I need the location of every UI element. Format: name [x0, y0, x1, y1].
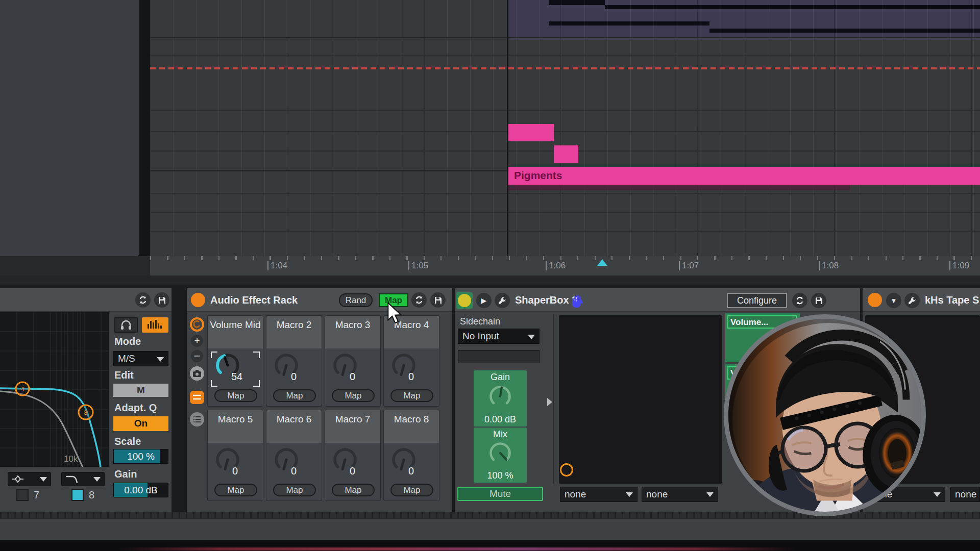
eq-title-bar[interactable]	[0, 288, 172, 312]
time-label: 1:08	[819, 261, 839, 270]
rack-title-bar[interactable]: Audio Effect Rack Rand Map	[187, 288, 452, 312]
sidechain-sub-select[interactable]	[458, 350, 540, 363]
gain-label: Gain	[114, 468, 137, 480]
routing-select-1[interactable]: none	[560, 487, 638, 502]
macro-pad-7[interactable]: Macro 7 0 Map	[325, 410, 381, 501]
macro-mapping-icon[interactable]	[190, 317, 204, 332]
macro-map-button[interactable]: Map	[332, 389, 375, 402]
macro-map-button[interactable]: Map	[390, 484, 433, 496]
macro-pad-4[interactable]: Macro 4 0 Map	[383, 315, 439, 407]
routing-select-2[interactable]: none	[642, 487, 718, 502]
scale-value-slider[interactable]: 100 %	[113, 449, 168, 464]
macro-pad-6[interactable]: Macro 6 0 Map	[266, 410, 322, 501]
rand-button[interactable]: Rand	[339, 293, 373, 307]
macro-map-button[interactable]: Map	[332, 484, 375, 496]
gain-value-slider[interactable]: 0.00 dB	[113, 483, 168, 497]
adaptq-toggle[interactable]: On	[113, 416, 168, 431]
sc-mix-value: 100 %	[474, 470, 527, 481]
sc-gain-knob[interactable]	[487, 384, 513, 409]
sidechain-mix-panel[interactable]: Mix 100 %	[474, 428, 527, 483]
configure-button[interactable]: Configure	[727, 293, 787, 308]
midi-clip-pink-1[interactable]	[507, 124, 554, 141]
device-activator-button[interactable]	[868, 293, 882, 307]
save-preset-icon[interactable]	[811, 293, 826, 308]
add-macro-button[interactable]: +	[191, 335, 203, 347]
sc-gain-label: Gain	[474, 370, 527, 383]
save-preset-icon[interactable]	[154, 292, 169, 308]
time-label: 1:05	[408, 261, 428, 270]
video-progress-glow	[117, 547, 796, 550]
tape-title: kHs Tape S	[925, 288, 979, 312]
macro-variations-icon[interactable]	[190, 391, 204, 404]
macro-name: Macro 5	[208, 410, 263, 443]
macro-pad-8[interactable]: Macro 8 0 Map	[383, 410, 439, 501]
map-bracket	[211, 380, 217, 387]
hot-swap-icon[interactable]	[411, 292, 427, 308]
eq-spectrum-graph[interactable]: 4 8 10k	[0, 312, 109, 467]
device-activator-button[interactable]	[191, 293, 205, 307]
sc-mix-knob[interactable]	[487, 440, 513, 466]
plugin-edit-wrench-icon[interactable]	[495, 293, 510, 308]
macro-map-button[interactable]: Map	[390, 389, 433, 402]
band7-enable-checkbox[interactable]	[16, 489, 29, 501]
lane-divider	[150, 131, 980, 132]
macro-value: 0	[350, 371, 355, 383]
shaper-title-bar[interactable]: ▶ ShaperBox 3 Configure	[455, 288, 860, 312]
sidechain-input-select[interactable]: No Input	[458, 329, 540, 344]
macro-snapshot-icon[interactable]	[190, 366, 204, 381]
macro-pad-2[interactable]: Macro 2 0 Map	[266, 315, 322, 407]
plugin-unfold-icon[interactable]: ▶	[476, 293, 492, 308]
save-preset-icon[interactable]	[430, 292, 446, 308]
macro-pad-1[interactable]: Volume Mid 54 Map	[207, 315, 263, 407]
edit-label: Edit	[114, 369, 134, 381]
automation-line-red-dashed[interactable]	[150, 67, 980, 69]
freq-axis-label: 10k	[64, 454, 78, 464]
band7-filter-type-select[interactable]	[8, 472, 51, 486]
sidechain-label: Sidechain	[460, 316, 500, 327]
macro-map-button[interactable]: Map	[273, 389, 316, 402]
ruler-spacer	[0, 256, 150, 276]
device-activator-button[interactable]	[458, 294, 471, 307]
mode-select[interactable]: M/S	[113, 351, 168, 366]
time-ruler[interactable]: 1:04 1:05 1:06 1:07 1:08 1:09	[150, 256, 980, 276]
macro-value: 0	[232, 465, 238, 477]
routing-select-2[interactable]: none	[950, 487, 980, 502]
loop-start-marker[interactable]	[597, 259, 607, 266]
fold-arrow-icon[interactable]	[547, 398, 552, 406]
routing-value-2: none	[955, 489, 976, 499]
audition-headphone-button[interactable]	[114, 317, 138, 333]
mode-label: Mode	[114, 336, 141, 347]
lane-divider	[150, 193, 980, 194]
macro-value: 54	[231, 371, 242, 383]
macro-pad-3[interactable]: Macro 3 0 Map	[325, 315, 381, 407]
edit-channel-button[interactable]: M	[113, 384, 168, 397]
eq-eight-device: 4 8 10k 7 8	[0, 285, 172, 512]
macro-map-button[interactable]: Map	[273, 484, 316, 496]
remove-macro-button[interactable]: −	[191, 350, 203, 362]
chain-list-icon[interactable]	[190, 412, 204, 427]
fold-device-icon[interactable]: ▼	[886, 293, 901, 308]
configure-param-dot[interactable]	[560, 463, 573, 477]
presenter-portrait	[728, 319, 926, 516]
midi-clip-pink-2[interactable]	[554, 145, 578, 163]
device-scrollbar[interactable]	[176, 336, 181, 464]
hot-swap-icon[interactable]	[792, 293, 807, 308]
arrangement-grid[interactable]: Pigments	[150, 0, 980, 256]
pigments-clip[interactable]: Pigments	[508, 167, 980, 185]
lane-divider	[150, 37, 980, 38]
gain-value: 0.00 dB	[114, 485, 168, 496]
macro-pad-5[interactable]: Macro 5 0 Map	[207, 410, 263, 501]
hot-swap-icon[interactable]	[135, 292, 151, 308]
spectrum-view-button[interactable]	[142, 317, 168, 333]
ableton-live-window: Pigments 1:04 1:05 1:06 1:07 1:08 1:09	[0, 0, 980, 551]
macro-map-button[interactable]: Map	[214, 389, 257, 402]
macro-map-button[interactable]: Map	[214, 484, 257, 496]
sidechain-gain-panel[interactable]: Gain 0.00 dB	[474, 370, 527, 427]
band8-filter-type-select[interactable]	[61, 472, 105, 486]
tape-title-bar[interactable]: ▼ kHs Tape S	[863, 288, 980, 312]
sidechain-mute-button[interactable]: Mute	[457, 487, 543, 501]
clip-detail-left-panel	[0, 0, 139, 258]
plugin-edit-wrench-icon[interactable]	[904, 293, 920, 308]
band8-enable-checkbox[interactable]	[71, 489, 84, 501]
routing-value-2: none	[646, 489, 668, 499]
